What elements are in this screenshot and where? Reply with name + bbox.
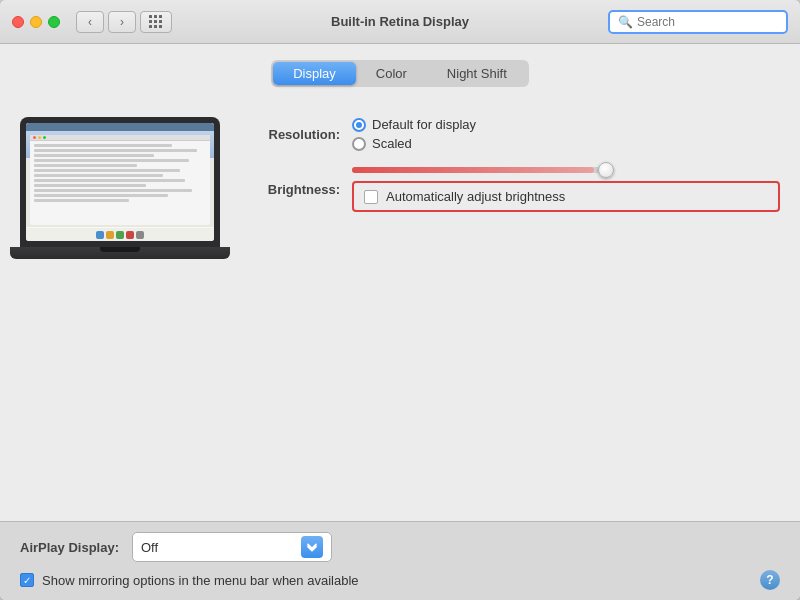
dropdown-arrow-icon	[301, 536, 323, 558]
mini-dot-red	[33, 136, 36, 139]
laptop-base	[10, 247, 230, 259]
mirroring-checkbox[interactable]: ✓	[20, 573, 34, 587]
mirroring-row: ✓ Show mirroring options in the menu bar…	[20, 570, 780, 590]
resolution-label: Resolution:	[250, 127, 340, 142]
brightness-slider-container: Automatically adjust brightness	[352, 167, 780, 212]
screen-menubar	[26, 123, 214, 131]
text-line	[34, 154, 154, 157]
grid-button[interactable]	[140, 11, 172, 33]
text-line	[34, 199, 129, 202]
laptop-screen	[26, 123, 214, 241]
auto-brightness-checkbox[interactable]	[364, 190, 378, 204]
grid-icon	[149, 15, 163, 29]
traffic-lights	[12, 16, 60, 28]
settings-panel: Resolution: Default for display Scaled	[250, 107, 780, 521]
bottom-bar: AirPlay Display: Off ✓ Show mirroring op…	[0, 521, 800, 600]
slider-fill	[352, 167, 594, 173]
tab-night-shift[interactable]: Night Shift	[427, 62, 527, 85]
tab-display[interactable]: Display	[273, 62, 356, 85]
dock-icon	[106, 231, 114, 239]
laptop-notch	[100, 247, 140, 252]
tab-bar: Display Color Night Shift	[20, 60, 780, 87]
text-line	[34, 159, 189, 162]
help-icon: ?	[766, 573, 773, 587]
laptop-body	[20, 117, 220, 247]
resolution-options: Default for display Scaled	[352, 117, 476, 151]
brightness-slider-track[interactable]	[352, 167, 612, 173]
resolution-row: Resolution: Default for display Scaled	[250, 117, 780, 151]
close-button[interactable]	[12, 16, 24, 28]
screen-text-lines	[30, 141, 210, 207]
dock-icon	[96, 231, 104, 239]
window-title: Built-in Retina Display	[331, 14, 469, 29]
mini-dot-green	[43, 136, 46, 139]
nav-buttons: ‹ ›	[76, 11, 136, 33]
forward-button[interactable]: ›	[108, 11, 136, 33]
back-button[interactable]: ‹	[76, 11, 104, 33]
screen-window	[30, 135, 210, 225]
screen-content	[26, 123, 214, 241]
text-line	[34, 164, 137, 167]
mini-dot-yellow	[38, 136, 41, 139]
radio-option-scaled[interactable]: Scaled	[352, 136, 476, 151]
tab-group: Display Color Night Shift	[271, 60, 529, 87]
search-icon: 🔍	[618, 15, 633, 29]
content-area: Display Color Night Shift	[0, 44, 800, 521]
titlebar: ‹ › Built-in Retina Display 🔍	[0, 0, 800, 44]
radio-option-default[interactable]: Default for display	[352, 117, 476, 132]
main-window: ‹ › Built-in Retina Display 🔍 Display	[0, 0, 800, 600]
airplay-dropdown-value: Off	[141, 540, 158, 555]
dock-icon	[116, 231, 124, 239]
laptop-image	[20, 117, 220, 277]
airplay-dropdown[interactable]: Off	[132, 532, 332, 562]
dock-icon	[136, 231, 144, 239]
main-panel: Resolution: Default for display Scaled	[20, 107, 780, 521]
forward-icon: ›	[120, 15, 124, 29]
tab-color[interactable]: Color	[356, 62, 427, 85]
minimize-button[interactable]	[30, 16, 42, 28]
radio-scaled-label: Scaled	[372, 136, 412, 151]
text-line	[34, 189, 192, 192]
search-box[interactable]: 🔍	[608, 10, 788, 34]
screen-dock	[26, 227, 214, 241]
brightness-label: Brightness:	[250, 182, 340, 197]
text-line	[34, 194, 168, 197]
brightness-row: Brightness: Automatically adjust brightn…	[250, 167, 780, 212]
auto-brightness-container: Automatically adjust brightness	[352, 181, 780, 212]
help-button[interactable]: ?	[760, 570, 780, 590]
dock-icon	[126, 231, 134, 239]
radio-default[interactable]	[352, 118, 366, 132]
text-line	[34, 179, 185, 182]
airplay-row: AirPlay Display: Off	[20, 532, 780, 562]
maximize-button[interactable]	[48, 16, 60, 28]
back-icon: ‹	[88, 15, 92, 29]
text-line	[34, 174, 163, 177]
slider-thumb[interactable]	[598, 162, 614, 178]
radio-scaled[interactable]	[352, 137, 366, 151]
auto-brightness-label: Automatically adjust brightness	[386, 189, 565, 204]
radio-default-label: Default for display	[372, 117, 476, 132]
text-line	[34, 169, 180, 172]
search-input[interactable]	[637, 15, 778, 29]
text-line	[34, 184, 146, 187]
laptop-preview	[20, 107, 220, 521]
text-line	[34, 144, 172, 147]
mirroring-label: Show mirroring options in the menu bar w…	[42, 573, 359, 588]
airplay-label: AirPlay Display:	[20, 540, 120, 555]
text-line	[34, 149, 197, 152]
